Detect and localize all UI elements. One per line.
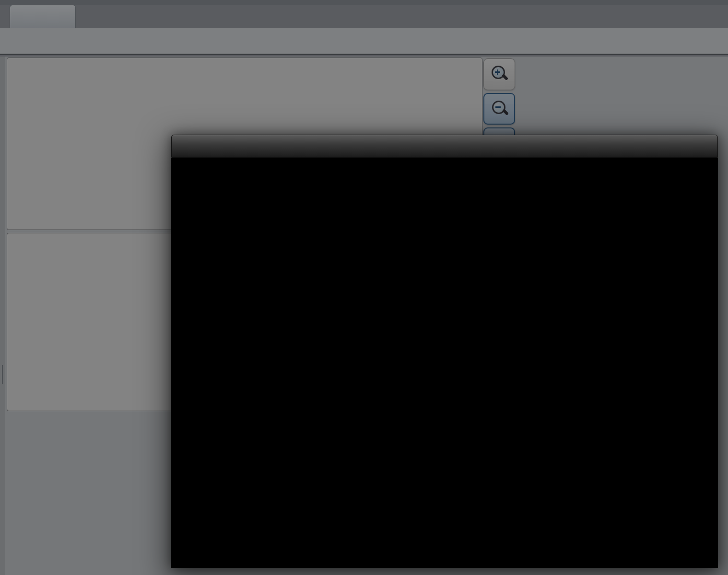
terminal-output xyxy=(171,158,718,568)
running-processes-dialog xyxy=(171,135,718,568)
dialog-titlebar[interactable] xyxy=(171,135,718,158)
page-root xyxy=(0,0,728,575)
